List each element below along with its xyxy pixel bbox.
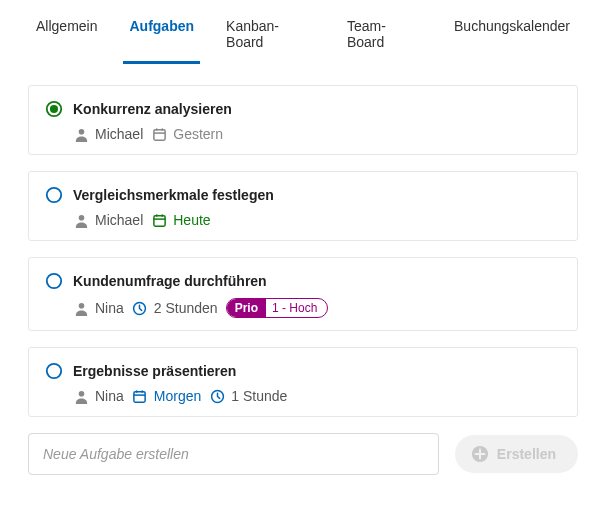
task-assignee: Michael <box>95 212 143 228</box>
clock-icon <box>209 388 225 404</box>
svg-point-7 <box>47 188 61 202</box>
svg-point-14 <box>78 302 84 308</box>
tab-buchungskalender[interactable]: Buchungskalender <box>438 0 586 64</box>
radio-icon[interactable] <box>45 186 63 204</box>
plus-circle-icon <box>471 445 489 463</box>
svg-rect-9 <box>154 215 165 225</box>
task-assignee: Nina <box>95 300 124 316</box>
task-assignee: Nina <box>95 388 124 404</box>
task-date: Gestern <box>173 126 223 142</box>
tab-team-board[interactable]: Team-Board <box>331 0 438 64</box>
task-list: Konkurrenz analysieren Michael Gestern <box>0 65 606 475</box>
task-title: Vergleichsmerkmale festlegen <box>73 187 274 203</box>
svg-point-1 <box>50 105 58 113</box>
svg-point-17 <box>78 390 84 396</box>
radio-icon[interactable] <box>45 362 63 380</box>
calendar-icon <box>151 126 167 142</box>
clock-icon <box>132 300 148 316</box>
task-date: Morgen <box>154 388 201 404</box>
tab-kanban-board[interactable]: Kanban-Board <box>210 0 331 64</box>
priority-badge: Prio 1 - Hoch <box>226 298 329 318</box>
new-task-input[interactable] <box>28 433 439 475</box>
tab-aufgaben[interactable]: Aufgaben <box>113 0 210 64</box>
svg-rect-3 <box>154 129 165 139</box>
priority-label: Prio <box>227 299 266 317</box>
task-title: Konkurrenz analysieren <box>73 101 232 117</box>
radio-icon[interactable] <box>45 100 63 118</box>
task-title: Kundenumfrage durchführen <box>73 273 267 289</box>
svg-point-16 <box>47 364 61 378</box>
svg-point-2 <box>78 128 84 134</box>
tab-allgemein[interactable]: Allgemein <box>20 0 113 64</box>
task-title: Ergebnisse präsentieren <box>73 363 236 379</box>
task-assignee: Michael <box>95 126 143 142</box>
svg-rect-18 <box>134 391 145 401</box>
calendar-icon <box>151 212 167 228</box>
person-icon <box>73 300 89 316</box>
create-button-label: Erstellen <box>497 446 556 462</box>
svg-point-8 <box>78 214 84 220</box>
calendar-icon <box>132 388 148 404</box>
person-icon <box>73 388 89 404</box>
task-row[interactable]: Vergleichsmerkmale festlegen Michael Heu… <box>28 171 578 241</box>
person-icon <box>73 126 89 142</box>
tasks-panel: Allgemein Aufgaben Kanban-Board Team-Boa… <box>0 0 606 520</box>
task-duration: 1 Stunde <box>231 388 287 404</box>
radio-icon[interactable] <box>45 272 63 290</box>
task-date: Heute <box>173 212 210 228</box>
task-row[interactable]: Kundenumfrage durchführen Nina 2 Stunden <box>28 257 578 331</box>
svg-point-13 <box>47 274 61 288</box>
task-duration: 2 Stunden <box>154 300 218 316</box>
priority-value: 1 - Hoch <box>266 299 327 317</box>
task-row[interactable]: Ergebnisse präsentieren Nina Morgen <box>28 347 578 417</box>
create-button[interactable]: Erstellen <box>455 435 578 473</box>
tab-bar: Allgemein Aufgaben Kanban-Board Team-Boa… <box>0 0 606 65</box>
task-row[interactable]: Konkurrenz analysieren Michael Gestern <box>28 85 578 155</box>
person-icon <box>73 212 89 228</box>
new-task-row: Erstellen <box>28 433 578 475</box>
